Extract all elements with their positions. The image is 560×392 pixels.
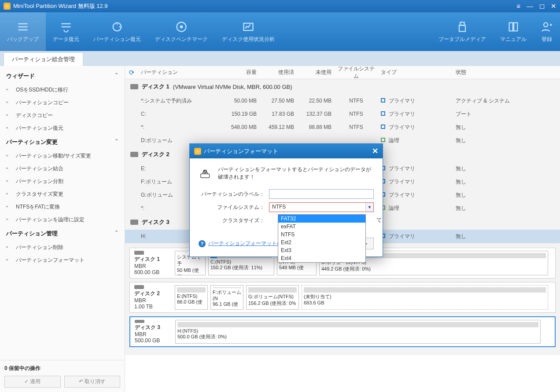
usb-icon	[456, 21, 468, 33]
sidebar-item-manage-1[interactable]: ▫パーティションフォーマット	[0, 254, 125, 267]
col-partition[interactable]: パーティション	[138, 67, 222, 78]
label-label: パーティションのラベル：	[199, 191, 269, 198]
sidebar-item-change-5[interactable]: ▫パーティションを論理に設定	[0, 213, 125, 226]
col-type[interactable]: タイプ	[378, 67, 453, 78]
label-input[interactable]	[269, 189, 374, 199]
col-stat[interactable]: 状態	[453, 67, 560, 78]
hdd-warn-icon	[199, 165, 212, 181]
dialog-close-icon[interactable]: ✕	[372, 147, 378, 156]
table-row[interactable]: *:548.00 MB459.12 MB88.88 MBNTFSプライマリ無し	[125, 121, 560, 134]
data-recover-icon	[60, 21, 72, 33]
sidebar-item-icon: ▫	[6, 203, 12, 209]
table-header: ⟳ パーティション 容量 使用済 未使用 ファイルシステム タイプ 状態	[125, 66, 560, 79]
sidebar-item-wizard-1[interactable]: ▫パーティションコピー	[0, 96, 125, 109]
disk-bar[interactable]: ディスク 2MBR1.00 TBE:(NTFS)88.0 GB (使F:ボリュー…	[129, 282, 556, 313]
fs-dropdown-list[interactable]: FAT32exFATNTFSExt2Ext3Ext4	[278, 214, 366, 263]
fs-option-ntfs[interactable]: NTFS	[278, 231, 365, 238]
sidebar-item-icon: ▫	[6, 216, 12, 222]
sidebar-item-change-3[interactable]: ▫クラスタサイズ変更	[0, 188, 125, 201]
table-row[interactable]: *:システムで予約済み50.00 MB27.50 MB22.50 MBNTFSプ…	[125, 94, 560, 107]
backup-button[interactable]: バックアップ	[0, 12, 46, 51]
chevron-up-icon: ⌃	[114, 138, 118, 146]
sidebar-item-icon: ▫	[6, 244, 12, 250]
help-icon: ?	[199, 240, 206, 247]
disk-icon	[130, 84, 138, 89]
sidebar-item-change-1[interactable]: ▫パーティション結合	[0, 162, 125, 175]
maximize-icon[interactable]: ◻	[539, 2, 545, 10]
sidebar-item-icon: ▫	[6, 86, 12, 92]
cluster-label: クラスタサイズ：	[199, 217, 269, 224]
col-capacity[interactable]: 容量	[222, 67, 259, 78]
fs-option-ext4[interactable]: Ext4	[278, 254, 365, 262]
fs-option-exfat[interactable]: exFAT	[278, 223, 365, 231]
fs-option-ext3[interactable]: Ext3	[278, 246, 365, 254]
refresh-icon[interactable]: ⟳	[125, 69, 138, 77]
partition-segment[interactable]: E:(NTFS)88.0 GB (使	[175, 285, 208, 310]
manual-button[interactable]: マニュアル	[493, 12, 534, 51]
minimize-icon[interactable]: —	[527, 2, 533, 10]
sidebar-item-manage-0[interactable]: ▫パーティション削除	[0, 241, 125, 254]
fs-combobox[interactable]: NTFS ▼	[269, 202, 374, 212]
sidebar-item-icon: ▫	[6, 152, 12, 158]
sidebar-item-change-4[interactable]: ▫NTFSをFATに変換	[0, 201, 125, 213]
manage-header[interactable]: パーティション管理⌃	[0, 226, 125, 241]
user-plus-icon	[541, 21, 553, 33]
dropdown-arrow-icon[interactable]: ▼	[365, 203, 373, 212]
bootable-button[interactable]: ブータブルメディア	[431, 12, 493, 51]
col-used[interactable]: 使用済	[259, 67, 297, 78]
main-toolbar: バックアップ データ復元 パーティション復元 ディスクベンチマーク ディスク使用…	[0, 12, 560, 51]
titlebar[interactable]: MiniTool Partition Wizard 無料版 12.9 ≡ — ◻…	[0, 0, 560, 12]
backup-icon	[17, 21, 29, 33]
partition-segment[interactable]: (未割り当て)683.6 GB	[302, 285, 548, 310]
benchmark-button[interactable]: ディスクベンチマーク	[148, 12, 215, 51]
tab-partition-manager[interactable]: パーティション総合管理	[4, 52, 83, 66]
window-title: MiniTool Partition Wizard 無料版 12.9	[13, 2, 516, 10]
svg-rect-7	[201, 174, 210, 178]
apply-button[interactable]: ✓ 適用	[4, 376, 61, 388]
sidebar-item-icon: ▫	[6, 165, 12, 171]
sidebar-item-wizard-3[interactable]: ▫パーティション復元	[0, 122, 125, 135]
format-dialog: パーティションフォーマット ✕ パーティションをフォーマットするとパーティション…	[189, 143, 383, 257]
partition-segment[interactable]: F:ボリューム(N96.1 GB (使	[210, 285, 243, 310]
usage-icon	[242, 21, 254, 33]
sidebar-item-icon: ▫	[6, 112, 12, 118]
disk-icon	[134, 251, 144, 255]
change-header[interactable]: パーティション変更⌃	[0, 135, 125, 150]
tabbar: パーティション総合管理	[0, 51, 560, 66]
wizard-header[interactable]: ウィザード⌃	[0, 69, 125, 84]
partition-segment[interactable]: H:(NTFS)500.0 GB (使用済: 0%)	[175, 320, 541, 344]
dialog-titlebar[interactable]: パーティションフォーマット ✕	[190, 144, 383, 158]
sidebar-item-wizard-2[interactable]: ▫ディスクコピー	[0, 109, 125, 122]
disk-icon	[130, 220, 138, 225]
sidebar-item-icon: ▫	[6, 125, 12, 131]
partition-recover-button[interactable]: パーティション復元	[86, 12, 148, 51]
close-icon[interactable]: ✕	[551, 2, 556, 10]
disk-icon	[135, 320, 144, 323]
svg-point-6	[544, 22, 548, 26]
table-row[interactable]: C:150.19 GB17.83 GB132.37 GBNTFSプライマリブート	[125, 107, 560, 121]
menu-icon[interactable]: ≡	[516, 2, 520, 10]
dialog-logo-icon	[194, 148, 201, 155]
sidebar-item-wizard-0[interactable]: ▫OSをSSD/HDDに移行	[0, 84, 125, 96]
undo-button[interactable]: ↶ 取り消す	[64, 376, 121, 388]
register-button[interactable]: 登録	[534, 12, 560, 51]
sidebar-item-icon: ▫	[6, 99, 12, 105]
fs-option-ext2[interactable]: Ext2	[278, 238, 365, 246]
chevron-up-icon: ⌃	[114, 230, 118, 238]
sidebar-item-change-2[interactable]: ▫パーティション分割	[0, 175, 125, 188]
col-free[interactable]: 未使用	[297, 67, 334, 78]
sidebar-item-change-0[interactable]: ▫パーティション移動/サイズ変更	[0, 150, 125, 162]
usage-button[interactable]: ディスク使用状況分析	[215, 12, 282, 51]
pending-ops-label: 0 保留中の操作	[4, 365, 120, 372]
sidebar-item-icon: ▫	[6, 178, 12, 184]
disk-bar[interactable]: ディスク 3MBR500.00 GBH:(NTFS)500.0 GB (使用済:…	[129, 316, 556, 347]
svg-line-9	[204, 171, 206, 173]
svg-point-2	[181, 26, 183, 28]
disk-header[interactable]: ディスク 1 (VMware Virtual NVMe Disk, MBR, 6…	[125, 79, 560, 94]
disk-icon	[134, 285, 144, 289]
fs-option-fat32[interactable]: FAT32	[278, 215, 365, 223]
partition-segment[interactable]: G:ボリューム(NTFS)156.2 GB (使用済: 0%	[246, 285, 299, 310]
book-icon	[507, 21, 519, 33]
disk-icon	[130, 152, 138, 157]
data-recover-button[interactable]: データ復元	[46, 12, 86, 51]
